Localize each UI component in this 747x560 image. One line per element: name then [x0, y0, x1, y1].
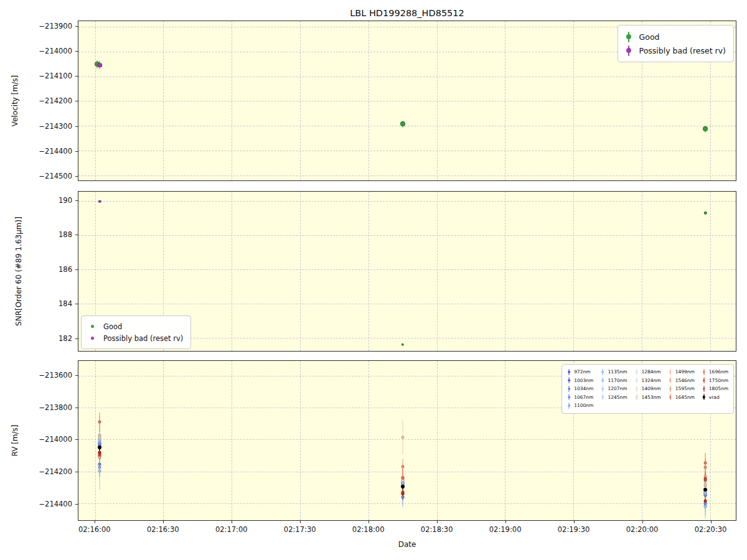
legend-entry: 1750nm: [702, 376, 728, 385]
legend-label: 1409nm: [642, 386, 661, 391]
rv-plot-area: 972nm1003nm1034nm1067nm1100nm1135nm1170n…: [78, 361, 736, 520]
legend-entry: Good: [626, 30, 726, 44]
data-point: [401, 477, 404, 480]
errorbar-marker-icon: [669, 386, 672, 392]
legend-label: 1453nm: [642, 394, 661, 400]
errorbar-marker-icon: [635, 394, 639, 400]
legend-label: 1245nm: [608, 394, 627, 400]
x-tick-mark: [369, 521, 369, 523]
data-point: [401, 343, 404, 346]
gridline-vertical: [95, 361, 96, 520]
errorbar-marker-icon: [626, 45, 632, 56]
y-tick-mark: [75, 26, 78, 27]
y-tick-label: −214200: [39, 96, 72, 105]
y-tick-mark: [75, 472, 78, 472]
legend-entry: 1207nm: [601, 385, 627, 393]
errorbar-marker-icon: [601, 377, 604, 383]
x-tick-label: 02:19:30: [558, 525, 590, 534]
x-tick-mark: [574, 521, 575, 523]
y-tick-mark: [75, 408, 78, 408]
legend-entry: 1100nm: [567, 401, 593, 410]
errorbar-marker-icon: [601, 369, 604, 375]
y-tick-label: −214400: [39, 147, 72, 156]
y-tick-mark: [75, 126, 78, 127]
marker-dot: [568, 396, 570, 399]
legend-label: 1284nm: [642, 369, 661, 375]
legend-entry: 972nm: [567, 368, 593, 376]
dot-marker-icon: [91, 337, 94, 340]
y-tick-mark: [75, 269, 78, 270]
data-point: [97, 63, 102, 68]
y-tick-label: −214400: [39, 500, 72, 508]
gridline-vertical: [642, 192, 642, 351]
gridline-horizontal: [78, 175, 736, 176]
y-tick-label: 188: [59, 230, 72, 239]
y-tick-label: −214000: [39, 435, 72, 444]
y-tick-label: 186: [59, 265, 72, 274]
snr-panel: GoodPossibly bad (reset rv): [78, 191, 736, 352]
legend-label: 1324nm: [642, 378, 661, 383]
x-tick-label: 02:18:30: [421, 525, 453, 534]
y-tick-label: −214000: [39, 47, 72, 55]
gridline-vertical: [573, 192, 574, 351]
y-tick-label: −214300: [39, 122, 72, 131]
data-point: [98, 469, 101, 472]
legend-label: 1034nm: [574, 386, 593, 391]
gridline-vertical: [300, 192, 301, 351]
marker-dot: [636, 371, 638, 373]
x-tick-label: 02:16:30: [147, 525, 179, 534]
legend-entry: 1595nm: [669, 385, 695, 393]
gridline-vertical: [232, 192, 232, 351]
gridline-horizontal: [78, 151, 736, 151]
x-axis-label: Date: [78, 540, 736, 549]
x-tick-label: 02:20:00: [626, 525, 659, 534]
marker-dot: [703, 380, 705, 382]
errorbar-marker-icon: [635, 377, 639, 383]
y-tick-label: −214200: [39, 467, 72, 476]
legend-label: 1170nm: [608, 378, 627, 383]
gridline-horizontal: [78, 77, 736, 77]
marker-dot: [568, 404, 570, 407]
data-point: [401, 485, 405, 488]
data-point: [98, 421, 101, 424]
x-tick-mark: [95, 521, 95, 523]
legend-label: Possibly bad (reset rv): [639, 46, 726, 55]
marker-dot: [568, 371, 570, 373]
y-tick-label: −213600: [39, 371, 72, 380]
marker-dot: [669, 388, 672, 390]
x-tick-mark: [437, 521, 438, 523]
x-tick-label: 02:18:00: [352, 525, 385, 534]
legend-column: 1135nm1170nm1207nm1245nm: [601, 368, 627, 410]
legend-column: 1696nm1750nm1805nmvrad: [702, 368, 728, 410]
velocity-legend: GoodPossibly bad (reset rv): [618, 25, 734, 62]
gridline-horizontal: [78, 269, 736, 270]
legend-entry: 1409nm: [635, 385, 661, 393]
gridline-horizontal: [78, 235, 736, 236]
gridline-vertical: [232, 361, 232, 520]
errorbar-marker-icon: [626, 32, 632, 42]
marker-dot: [602, 371, 604, 373]
legend-column: 1284nm1324nm1409nm1453nm: [635, 368, 661, 410]
legend-entry: 1245nm: [601, 393, 627, 402]
x-tick-mark: [505, 521, 506, 523]
legend-label: 1750nm: [709, 378, 728, 383]
gridline-vertical: [369, 361, 369, 520]
x-tick-mark: [711, 521, 712, 523]
y-tick-mark: [75, 176, 78, 177]
marker-dot: [568, 388, 570, 390]
marker-dot: [626, 48, 631, 53]
legend-entry: 1170nm: [601, 376, 627, 385]
gridline-vertical: [437, 192, 438, 351]
legend-column: 1499nm1546nm1595nm1645nm: [669, 368, 695, 410]
y-tick-mark: [75, 235, 78, 235]
x-tick-label: 02:17:00: [215, 525, 248, 534]
gridline-horizontal: [78, 472, 736, 472]
legend-entry: 1003nm: [567, 376, 593, 385]
data-point: [704, 478, 707, 481]
data-point: [704, 466, 707, 469]
rv-panel: 972nm1003nm1034nm1067nm1100nm1135nm1170n…: [78, 360, 736, 521]
gridline-horizontal: [78, 503, 736, 504]
errorbar-marker-icon: [702, 369, 706, 375]
velocity-plot-area: GoodPossibly bad (reset rv): [78, 21, 736, 180]
dot-marker-icon: [91, 325, 94, 328]
